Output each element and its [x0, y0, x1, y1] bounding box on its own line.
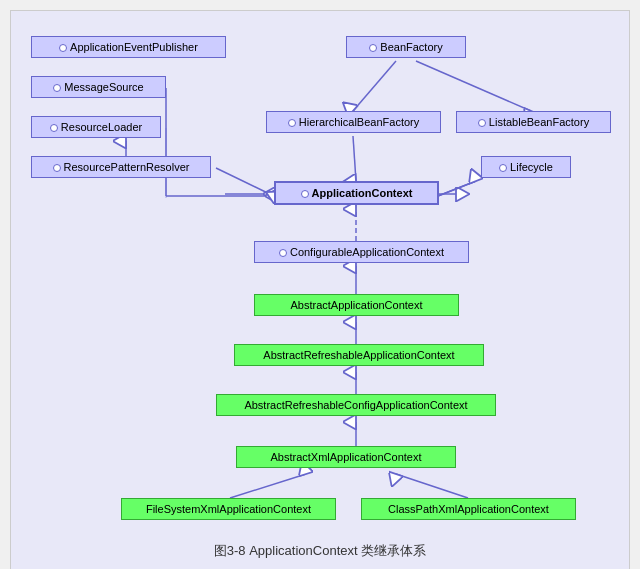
listable-bean-factory-box: ListableBeanFactory: [456, 111, 611, 133]
svg-line-4: [416, 61, 531, 111]
lifecycle-box: Lifecycle: [481, 156, 571, 178]
application-event-publisher-box: ApplicationEventPublisher: [31, 36, 226, 58]
resource-pattern-resolver-box: ResourcePatternResolver: [31, 156, 211, 178]
application-context-box: ApplicationContext: [274, 181, 439, 205]
message-source-box: MessageSource: [31, 76, 166, 98]
abstract-application-context-box: AbstractApplicationContext: [254, 294, 459, 316]
diagram-caption: 图3-8 ApplicationContext 类继承体系: [26, 542, 614, 560]
svg-line-3: [353, 61, 396, 111]
svg-line-8: [438, 181, 476, 196]
diagram-container: BeanFactory ApplicationEventPublisher Me…: [10, 10, 630, 569]
abstract-xml-application-context-box: AbstractXmlApplicationContext: [236, 446, 456, 468]
svg-line-14: [216, 168, 278, 198]
hierarchical-bean-factory-box: HierarchicalBeanFactory: [266, 111, 441, 133]
abstract-refreshable-config-application-context-box: AbstractRefreshableConfigApplicationCont…: [216, 394, 496, 416]
file-system-xml-application-context-box: FileSystemXmlApplicationContext: [121, 498, 336, 520]
configurable-application-context-box: ConfigurableApplicationContext: [254, 241, 469, 263]
svg-line-9: [438, 181, 476, 196]
class-path-xml-application-context-box: ClassPathXmlApplicationContext: [361, 498, 576, 520]
svg-line-21: [230, 474, 306, 498]
diagram-area: BeanFactory ApplicationEventPublisher Me…: [26, 26, 616, 536]
svg-line-22: [396, 474, 468, 498]
bean-factory-box: BeanFactory: [346, 36, 466, 58]
svg-line-5: [353, 136, 356, 181]
abstract-refreshable-application-context-box: AbstractRefreshableApplicationContext: [234, 344, 484, 366]
resource-loader-box: ResourceLoader: [31, 116, 161, 138]
